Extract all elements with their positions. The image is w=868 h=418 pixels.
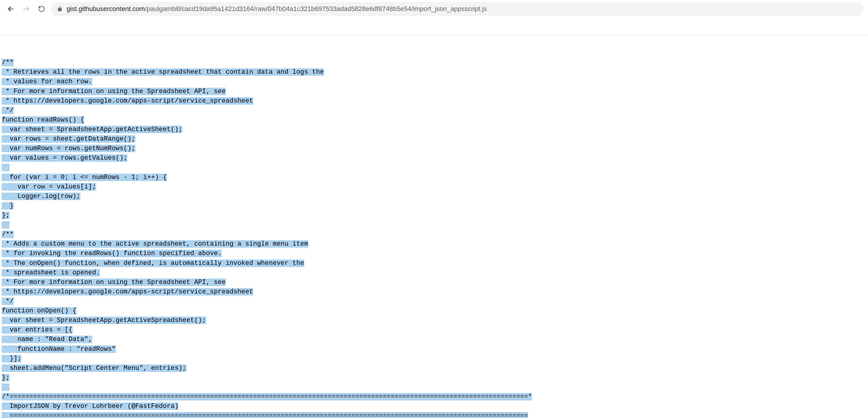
code-line: } [2,201,868,211]
back-button[interactable] [5,3,17,15]
arrow-left-icon [7,5,14,13]
selected-text: var entries = [{ [2,326,72,333]
selected-text: * Adds a custom menu to the active sprea… [2,240,308,248]
url-text: gist.githubusercontent.com/paulgambill/c… [67,5,487,13]
code-line: */ [2,297,868,306]
code-line: var values = rows.getValues(); [2,153,868,163]
selected-text: var sheet = SpreadsheetApp.getActiveSpre… [2,317,206,324]
code-line: function onOpen() { [2,306,868,316]
selected-text: var values = rows.getValues(); [2,154,127,162]
selected-text: sheet.addMenu("Script Center Menu", entr… [2,364,187,372]
selected-text: */ [2,298,14,305]
selected-text: * The onOpen() function, when defined, i… [2,260,304,267]
code-line: /** [2,58,868,67]
code-line: sheet.addMenu("Script Center Menu", entr… [2,363,868,373]
code-container: /** * Retrieves all the rows in the acti… [0,55,868,418]
code-line: functionName : "readRows" [2,345,868,354]
selected-text: }; [2,374,9,381]
forward-button[interactable] [20,3,32,15]
selected-text: * spreadsheet is opened. [2,269,100,277]
selected-text: /** [2,231,14,238]
selected-text: } [2,202,14,210]
code-line: ImportJSON by Trevor Lohrbeer (@FastFedo… [2,401,868,411]
url-domain: gist.githubusercontent.com [67,5,145,12]
code-line: var entries = [{ [2,325,868,335]
selected-text: Logger.log(row); [2,193,80,200]
code-line: var numRows = rows.getNumRows(); [2,144,868,153]
code-line: * Retrieves all the rows in the active s… [2,67,868,77]
code-line: * The onOpen() function, when defined, i… [2,259,868,268]
code-line: * For more information on using the Spre… [2,278,868,287]
code-line: ========================================… [2,411,868,418]
code-line: function readRows() { [2,115,868,125]
code-line: * For more information on using the Spre… [2,87,868,96]
selected-text: function onOpen() { [2,307,76,315]
selected-text: var row = values[i]; [2,183,96,191]
selected-text: ImportJSON by Trevor Lohrbeer (@FastFedo… [2,403,179,410]
selected-text: var sheet = SpreadsheetApp.getActiveShee… [2,126,182,133]
content-area[interactable]: /** * Retrieves all the rows in the acti… [0,35,868,418]
selected-text: var rows = sheet.getDataRange(); [2,135,135,143]
selected-text: * https://developers.google.com/apps-scr… [2,288,253,295]
code-line: /*======================================… [2,392,868,401]
selected-text: * for invoking the readRows() function s… [2,250,222,257]
selected-text: var numRows = rows.getNumRows(); [2,145,135,152]
code-line: * values for each row. [2,77,868,87]
code-line: }]; [2,354,868,363]
selected-text: /*======================================… [2,393,532,400]
code-line [2,220,868,230]
code-line [2,383,868,392]
code-line: Logger.log(row); [2,192,868,201]
code-line: */ [2,106,868,115]
code-line: }; [2,373,868,383]
code-line: var sheet = SpreadsheetApp.getActiveShee… [2,125,868,134]
lock-icon [57,6,62,11]
code-line: * Adds a custom menu to the active sprea… [2,239,868,249]
arrow-right-icon [22,5,30,13]
address-bar[interactable]: gist.githubusercontent.com/paulgambill/c… [51,2,863,16]
selected-text: functionName : "readRows" [2,346,116,353]
code-line [2,163,868,172]
code-line: * spreadsheet is opened. [2,268,868,278]
selected-text: function readRows() { [2,116,84,124]
code-line: * for invoking the readRows() function s… [2,249,868,258]
browser-toolbar: gist.githubusercontent.com/paulgambill/c… [0,0,868,18]
code-line: * https://developers.google.com/apps-scr… [2,96,868,106]
selected-text: * For more information on using the Spre… [2,88,226,95]
selected-text: * values for each row. [2,78,92,85]
code-line: var rows = sheet.getDataRange(); [2,134,868,144]
code-line: }; [2,211,868,220]
selected-text: }; [2,212,9,219]
selected-text: * For more information on using the Spre… [2,279,226,286]
selected-text: * Retrieves all the rows in the active s… [2,68,324,76]
selected-text: * https://developers.google.com/apps-scr… [2,97,253,105]
code-line: * https://developers.google.com/apps-scr… [2,287,868,297]
code-line: /** [2,230,868,239]
selected-text: ========================================… [2,412,528,418]
url-path: /paulgambill/cacd19da95a1421d3164/raw/04… [145,5,487,12]
selected-text: */ [2,107,14,114]
selected-text: /** [2,59,14,66]
code-line: var row = values[i]; [2,182,868,192]
code-line: name : "Read Data", [2,335,868,344]
reload-button[interactable] [36,3,48,15]
code-line: for (var i = 0; i <= numRows - 1; i++) { [2,173,868,182]
code-line: var sheet = SpreadsheetApp.getActiveSpre… [2,316,868,325]
selected-text: name : "Read Data", [2,336,92,343]
reload-icon [38,5,45,12]
selected-text: }]; [2,355,22,362]
selected-text: for (var i = 0; i <= numRows - 1; i++) { [2,173,167,181]
